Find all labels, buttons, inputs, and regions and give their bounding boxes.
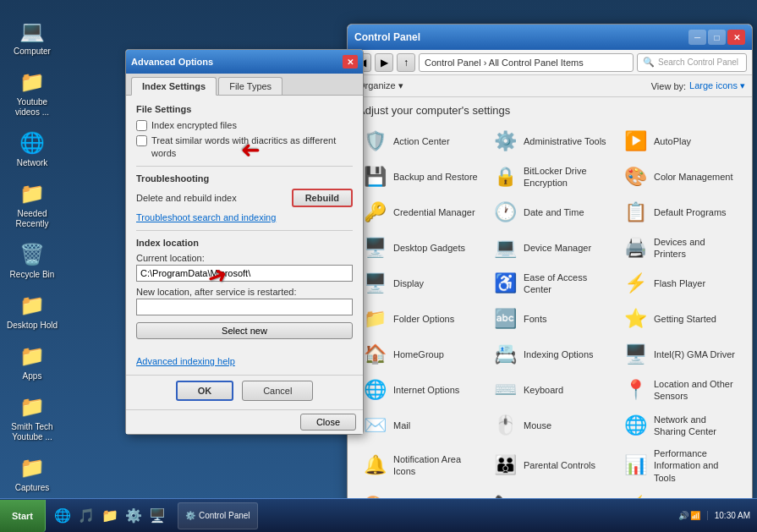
admin-tools-icon: ⚙️ [491,128,518,155]
date-time-label: Date and Time [524,206,584,218]
desktop: 💻 Computer 📁 Youtube videos ... 🌐 Networ… [0,0,757,532]
desktop-icon-needed[interactable]: 📁 Needed Recently [3,178,61,232]
maximize-button[interactable]: □ [708,30,726,45]
cp-item-mouse[interactable]: 🖱️ Mouse [485,408,615,443]
view-mode[interactable]: Large icons ▾ [689,80,745,91]
desktop-icon-captures[interactable]: 📁 Captures [3,452,61,496]
ok-button[interactable]: OK [176,381,234,401]
devices-printers-label: Devices and Printers [654,236,738,261]
ease-of-access-icon: ♿ [491,270,518,297]
start-button[interactable]: Start [0,500,46,532]
cp-item-flash-player[interactable]: ⚡ Flash Player [615,266,745,301]
cp-item-folder-options[interactable]: 📁 Folder Options [354,301,485,337]
cancel-button[interactable]: Cancel [242,381,313,401]
cp-item-homegroup[interactable]: 🏠 HomeGroup [354,337,485,372]
close-footer-button[interactable]: Close [300,414,356,431]
cp-item-devices-printers[interactable]: 🖨️ Devices and Printers [615,230,745,266]
cp-item-ease-of-access[interactable]: ♿ Ease of Access Center [485,266,615,301]
taskbar-cp-icon[interactable]: ⚙️ [123,506,144,526]
cp-item-fonts[interactable]: 🔤 Fonts [485,301,615,337]
desktop-icon-apps[interactable]: 📁 Apps [3,340,61,384]
cp-item-backup-restore[interactable]: 💾 Backup and Restore [354,159,485,195]
cp-item-admin-tools[interactable]: ⚙️ Administrative Tools [485,123,615,159]
checkbox-diacritics[interactable] [136,135,147,146]
cp-item-credential-mgr[interactable]: 🔑 Credential Manager [354,195,485,230]
cp-item-action-center[interactable]: 🛡️ Action Center [354,123,485,159]
color-mgmt-icon: 🎨 [622,163,649,190]
new-location-input[interactable] [136,299,353,315]
divider-1 [136,166,353,167]
desktop-icon-youtube[interactable]: 📁 Youtube videos ... [3,66,61,120]
desktop-hold-label: Desktop Hold [7,321,58,331]
color-mgmt-label: Color Management [654,171,733,183]
default-progs-label: Default Programs [654,206,727,218]
homegroup-icon: 🏠 [361,341,388,368]
desktop-icon-recycle[interactable]: 🗑️ Recycle Bin [3,239,61,282]
device-manager-icon: 💻 [491,234,518,261]
taskbar-ie-icon[interactable]: 🌐 [52,506,73,526]
adv-close-button[interactable]: ✕ [343,55,358,69]
cp-item-keyboard[interactable]: ⌨️ Keyboard [485,372,615,408]
folder-options-icon: 📁 [361,305,388,332]
bitlocker-icon: 🔒 [491,163,518,190]
getting-started-label: Getting Started [654,313,716,325]
desktop-icon-smith[interactable]: 📁 Smith Tech Youtube ... [3,391,61,445]
close-button[interactable]: ✕ [727,30,745,45]
tab-file-types[interactable]: File Types [218,77,283,95]
cp-item-desktop-gadgets[interactable]: 🖥️ Desktop Gadgets [354,230,485,266]
desktop-icon-desktop-hold[interactable]: 📁 Desktop Hold [3,289,61,333]
cp-item-network-sharing[interactable]: 🌐 Network and Sharing Center [615,408,745,443]
cp-item-indexing-options[interactable]: 📇 Indexing Options [485,337,615,372]
admin-tools-label: Administrative Tools [524,135,606,147]
adv-titlebar: Advanced Options ✕ [126,50,363,74]
cp-item-default-progs[interactable]: 📋 Default Programs [615,195,745,230]
desktop-icon-computer[interactable]: 💻 Computer [3,15,61,59]
taskbar-folder-icon[interactable]: 📁 [100,506,120,526]
fonts-label: Fonts [524,313,547,325]
cp-item-parental-controls[interactable]: 👪 Parental Controls [485,443,615,488]
taskbar-extra-icon[interactable]: 🖥️ [147,506,167,526]
checkbox-encrypted[interactable] [136,120,147,131]
select-new-button[interactable]: Select new [136,322,353,339]
cp-item-device-manager[interactable]: 💻 Device Manager [485,230,615,266]
address-input[interactable]: Control Panel › All Control Panel Items [419,53,634,72]
taskbar-clock[interactable]: 10:30 AM [707,511,757,520]
cp-item-mail[interactable]: ✉️ Mail [354,408,485,443]
forward-button[interactable]: ▶ [375,53,393,72]
minimize-button[interactable]: ─ [688,30,706,45]
desktop-icon-network[interactable]: 🌐 Network [3,127,61,171]
cp-item-bitlocker[interactable]: 🔒 BitLocker Drive Encryption [485,159,615,195]
rebuild-button[interactable]: Rebuild [292,189,353,207]
smith-icon: 📁 [19,393,46,420]
tab-index-settings[interactable]: Index Settings [131,77,217,96]
ease-of-access-label: Ease of Access Center [524,271,608,296]
taskbar: Start 🌐 🎵 📁 ⚙️ 🖥️ ⚙️ Control Panel 🔊 📶 1… [0,498,757,532]
cp-item-performance-info[interactable]: 📊 Performance Information and Tools [615,443,745,488]
up-button[interactable]: ↑ [397,53,415,72]
recycle-icon: 🗑️ [19,241,46,268]
cp-item-internet-options[interactable]: 🌐 Internet Options [354,372,485,408]
cp-item-intel-gma[interactable]: 🖥️ Intel(R) GMA Driver [615,337,745,372]
tray-sound-icon[interactable]: 🔊 [678,511,688,520]
cp-item-color-mgmt[interactable]: 🎨 Color Management [615,159,745,195]
apps-icon: 📁 [19,343,46,370]
cp-item-location-other[interactable]: 📍 Location and Other Sensors [615,372,745,408]
search-box[interactable]: 🔍 Search Control Panel [637,53,747,72]
divider-2 [136,230,353,231]
tray-network-icon[interactable]: 📶 [690,511,700,520]
cp-item-autoplay[interactable]: ▶️ AutoPlay [615,123,745,159]
taskbar-media-icon[interactable]: 🎵 [76,506,96,526]
adv-indexing-link[interactable]: Advanced indexing help [136,356,353,366]
credential-mgr-label: Credential Manager [393,206,475,218]
cp-item-notification-icons[interactable]: 🔔 Notification Area Icons [354,443,485,488]
cp-item-getting-started[interactable]: ⭐ Getting Started [615,301,745,337]
cp-item-date-time[interactable]: 🕐 Date and Time [485,195,615,230]
troubleshoot-link[interactable]: Troubleshoot search and indexing [136,212,276,222]
taskbar-item-cp[interactable]: ⚙️ Control Panel [178,502,258,529]
computer-icon: 💻 [19,18,46,45]
cp-item-display[interactable]: 🖥️ Display [354,266,485,301]
current-location-input[interactable] [136,265,353,282]
checkbox-diacritics-label: Treat similar words with diacritics as d… [151,134,353,159]
current-location-label: Current location: [136,253,353,263]
intel-gma-label: Intel(R) GMA Driver [654,348,735,360]
